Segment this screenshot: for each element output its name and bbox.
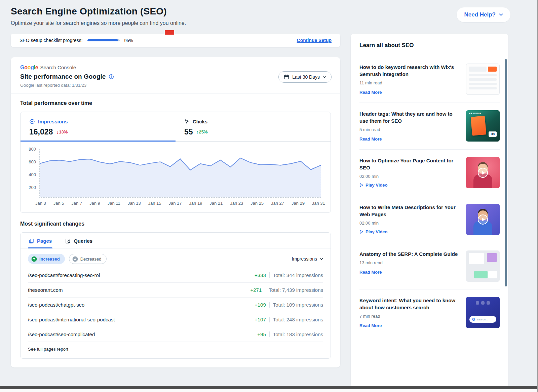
pages-change-list: /seo-podcast/forecasting-seo-roi +333Tot… [21, 266, 331, 342]
search-placeholder-text: Search... [477, 318, 488, 321]
article-card: Anatomy of the SERP: A Complete Guide 13… [359, 243, 500, 289]
change-value: +333 [255, 272, 266, 278]
article-title: How to Write Meta Descriptions for Your … [359, 204, 459, 218]
impressions-change: ↓13% [56, 129, 68, 135]
y-axis-labels: 800600400200 [25, 149, 39, 198]
chart-area: 800600400200 [21, 142, 331, 198]
change-value: +107 [255, 317, 266, 322]
x-tick-label: Jan 7 [71, 201, 82, 206]
active-tab-indicator [21, 141, 176, 142]
read-more-link[interactable]: Read More [359, 90, 382, 95]
x-tick-label: Jan 5 [53, 201, 64, 206]
changes-filters: Increased Decreased Impressions [21, 248, 331, 266]
change-value: +95 [257, 331, 266, 337]
clicks-change: ↑25% [196, 129, 208, 135]
total-performance-section: Total performance over time Impressions … [11, 93, 340, 216]
filter-increased-label: Increased [39, 257, 60, 262]
article-card: How to Optimize Your Page Content for SE… [359, 150, 500, 196]
scrollbar-thumb[interactable] [505, 59, 507, 286]
article-card: How to Write Meta Descriptions for Your … [359, 196, 500, 243]
read-more-link[interactable]: Read More [359, 136, 382, 142]
metric-tabs: Impressions 16,028 ↓13% Clicks [21, 112, 331, 141]
article-title: Header tags: What they are and how to us… [359, 110, 459, 124]
need-help-button[interactable]: Need Help? [457, 7, 510, 22]
x-tick-label: Jan 17 [168, 201, 182, 206]
filter-decreased[interactable]: Decreased [69, 254, 107, 264]
significant-changes-section: Most significant changes Pages Queries [11, 216, 340, 367]
seo-checklist-card: SEO setup checklist progress: 95% Contin… [11, 34, 340, 47]
impressions-chart [39, 149, 321, 198]
y-tick-label: 600 [29, 159, 36, 164]
article-thumbnail[interactable] [466, 64, 500, 95]
page-path: /seo-podcast/seo-complicated [28, 331, 95, 337]
table-row: /seo-podcast/chatgpt-seo +109Total: 109 … [28, 298, 323, 312]
sort-by-dropdown[interactable]: Impressions [292, 256, 323, 262]
inactive-tab-line [176, 141, 331, 142]
chevron-down-icon [323, 76, 326, 78]
clicks-value: 55 [184, 127, 193, 136]
x-tick-label: Jan 3 [35, 201, 46, 206]
sort-by-label: Impressions [292, 256, 317, 262]
video-thumbnail[interactable] [466, 204, 500, 235]
page-path: /seo-podcast/chatgpt-seo [28, 302, 84, 308]
change-value: +109 [255, 302, 266, 308]
article-title: How to Optimize Your Page Content for SE… [359, 157, 459, 171]
checklist-progress-fill [87, 39, 118, 41]
impressions-metric-tab[interactable]: Impressions 16,028 ↓13% [21, 112, 176, 141]
clicks-metric-tab[interactable]: Clicks 55 ↑25% [176, 112, 331, 141]
main-column: SEO setup checklist progress: 95% Contin… [11, 34, 340, 367]
continue-setup-link[interactable]: Continue Setup [297, 38, 332, 43]
x-tick-label: Jan 23 [230, 201, 243, 206]
filter-decreased-label: Decreased [80, 257, 102, 262]
page-subtitle: Optimize your site for search engines so… [11, 20, 186, 26]
last-reported-text: Google last reported data: 1/31/23 [20, 83, 331, 88]
performance-chart-panel: Impressions 16,028 ↓13% Clicks [20, 112, 331, 213]
learn-panel: Learn all about SEO How to do keyword re… [351, 34, 508, 387]
google-logo-text: Google [20, 65, 38, 70]
page-path: /seo-podcast/forecasting-seo-roi [28, 272, 100, 278]
chevron-down-icon [499, 13, 503, 16]
filter-increased[interactable]: Increased [28, 254, 65, 264]
window-chrome-bottom-light [0, 389, 538, 392]
article-thumbnail[interactable] [466, 250, 500, 282]
arrow-up-icon: ↑ [196, 129, 199, 135]
video-duration: 02:00 min [359, 221, 459, 226]
play-button-overlay [478, 168, 488, 178]
articles-list: How to do keyword research with Wix's Se… [351, 56, 508, 336]
thumbnail-poster [471, 116, 487, 135]
x-tick-label: Jan 31 [312, 201, 325, 206]
page-path: /seo-podcast/international-seo-podcast [28, 317, 115, 322]
full-pages-report-link[interactable]: See full pages report [28, 347, 68, 352]
clicks-label: Clicks [193, 119, 207, 124]
significant-changes-heading: Most significant changes [20, 221, 331, 227]
site-performance-title: Site performance on Google [20, 73, 106, 80]
article-thumbnail[interactable]: HEADING H3 [466, 110, 500, 142]
chevron-down-icon [320, 258, 323, 260]
date-range-selector[interactable]: Last 30 Days [278, 71, 332, 83]
y-tick-label: 400 [29, 172, 36, 177]
page-header: Search Engine Optimization (SEO) Optimiz… [0, 0, 538, 26]
total-impressions: Total: 7,439 impressions [265, 287, 323, 293]
play-video-link[interactable]: Play Video [359, 229, 388, 234]
total-impressions: Total: 109 impressions [269, 302, 323, 308]
play-icon [359, 183, 363, 187]
x-tick-label: Jan 11 [108, 201, 120, 206]
play-video-link[interactable]: Play Video [359, 183, 388, 188]
impressions-value: 16,028 [29, 127, 53, 136]
video-duration: 02:00 min [359, 174, 459, 179]
page-path: theseorant.com [28, 287, 63, 293]
video-thumbnail[interactable] [466, 157, 500, 188]
article-thumbnail[interactable]: G Search... [466, 297, 500, 328]
info-icon[interactable] [109, 74, 114, 79]
total-performance-heading: Total performance over time [20, 100, 331, 106]
read-more-link[interactable]: Read More [359, 323, 382, 328]
read-more-link[interactable]: Read More [359, 270, 382, 275]
tab-pages[interactable]: Pages [28, 233, 52, 248]
checklist-progress-percent: 95% [124, 38, 133, 43]
queries-icon [65, 238, 71, 244]
tab-queries[interactable]: Queries [65, 233, 93, 248]
decreased-icon [72, 256, 78, 262]
page-layout: SEO setup checklist progress: 95% Contin… [0, 34, 538, 387]
tab-pages-label: Pages [37, 238, 52, 244]
checklist-progress-label: SEO setup checklist progress: [20, 38, 83, 43]
